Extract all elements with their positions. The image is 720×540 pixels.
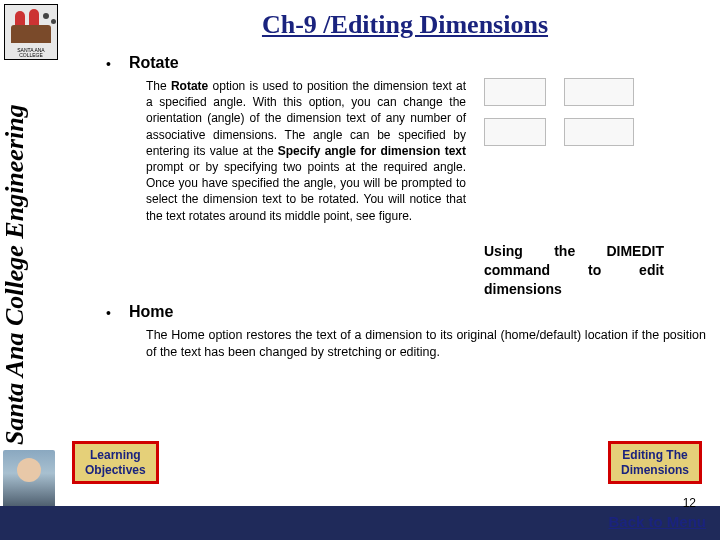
dimedit-figure — [484, 78, 644, 158]
sidebar: SANTA ANA COLLEGE Santa Ana College Engi… — [0, 0, 60, 540]
home-heading: Home — [129, 303, 173, 321]
rotate-heading: Rotate — [129, 54, 179, 72]
rotate-heading-row: • Rotate — [106, 54, 702, 72]
learning-objectives-button[interactable]: Learning Objectives — [72, 441, 159, 484]
caption-pre: Using the — [484, 243, 606, 259]
nav-right-line1: Editing The — [622, 448, 687, 462]
home-body: The Home option restores the text of a d… — [146, 327, 706, 361]
caption-post: command to edit dimensions — [484, 262, 664, 297]
bullet-icon: • — [106, 305, 111, 321]
slide-content: Ch-9 /Editing Dimensions • Rotate The Ro… — [68, 0, 714, 360]
rotate-body: The Rotate option is used to position th… — [146, 78, 466, 299]
nav-left-line1: Learning — [90, 448, 141, 462]
college-logo: SANTA ANA COLLEGE — [4, 4, 58, 60]
page-number: 12 — [683, 496, 696, 510]
editing-dimensions-button[interactable]: Editing The Dimensions — [608, 441, 702, 484]
nav-right-line2: Dimensions — [621, 463, 689, 477]
page-title: Ch-9 /Editing Dimensions — [108, 10, 702, 40]
rotate-body-bold1: Rotate — [171, 79, 208, 93]
figure-caption: Using the DIMEDIT command to edit dimens… — [484, 242, 664, 299]
caption-bold: DIMEDIT — [606, 243, 664, 259]
figure-column: Using the DIMEDIT command to edit dimens… — [484, 78, 694, 299]
rotate-content-row: The Rotate option is used to position th… — [146, 78, 702, 299]
rotate-body-bold2: Specify angle for dimension text — [278, 144, 466, 158]
rotate-body-mid2: prompt or by specifying two points at th… — [146, 160, 466, 223]
rotate-body-pre: The — [146, 79, 171, 93]
vertical-title: Santa Ana College Engineering — [0, 65, 30, 445]
nav-row: Learning Objectives Editing The Dimensio… — [72, 441, 708, 484]
nav-left-line2: Objectives — [85, 463, 146, 477]
bullet-icon: • — [106, 56, 111, 72]
college-logo-text: SANTA ANA COLLEGE — [7, 48, 55, 58]
back-to-menu-link[interactable]: Back to Menu — [608, 513, 706, 530]
instructor-photo — [3, 450, 55, 508]
home-heading-row: • Home — [106, 303, 702, 321]
